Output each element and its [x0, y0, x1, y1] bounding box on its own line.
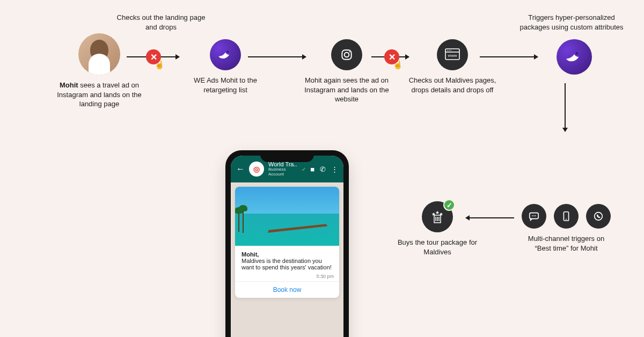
user-avatar [78, 33, 120, 75]
webengage-bird-icon-2 [557, 39, 592, 75]
message-body: Mohit, Maldives is the destination you w… [235, 246, 339, 274]
caption-n1: Mohit sees a travel ad on Instagram and … [54, 80, 145, 109]
voice-call-icon[interactable]: ✆ [320, 165, 326, 173]
arrow-4 [480, 56, 538, 57]
svg-point-10 [576, 52, 578, 54]
phone-notch [260, 150, 314, 162]
svg-point-12 [532, 215, 533, 216]
node-personalize [547, 39, 601, 75]
node-instagram-again: Mohit again sees the ad on Instagram and… [298, 39, 395, 104]
back-arrow-icon[interactable]: ← [236, 164, 245, 174]
label-arrow1: Checks out the landing page and drops [113, 13, 209, 32]
pointer-hand-icon-2: ☝ [393, 60, 403, 70]
svg-point-2 [345, 53, 349, 57]
svg-point-8 [449, 50, 450, 51]
pointer-hand-icon: ☝ [155, 60, 165, 70]
multichannel-icons [521, 204, 612, 229]
whatsapp-phone-mock: ← ◎ World Tra.. Business Account ✔ ■ ✆ ⋮… [225, 150, 349, 337]
caption-n4: Checks out Maldives pages, drops details… [407, 76, 498, 94]
node-multichannel: Multi-channel triggers on “Best time” fo… [521, 204, 612, 253]
svg-point-0 [226, 50, 229, 53]
caption-n6: Multi-channel triggers on “Best time” fo… [521, 234, 612, 253]
instagram-icon [331, 39, 362, 70]
browser-www-icon: WWW [437, 39, 468, 70]
webengage-bird-icon [210, 39, 241, 70]
business-avatar-icon: ◎ [249, 162, 264, 177]
caption-n1-strong: Mohit [60, 81, 78, 89]
caption-n2: WE Ads Mohit to the retargeting list [177, 76, 274, 94]
caption-n3: Mohit again sees the ad on Instagram and… [298, 76, 395, 104]
chat-title-block: World Tra.. Business Account [268, 161, 297, 177]
message-text: Maldives is the destination you want to … [241, 258, 332, 270]
node-initial-ad: Mohit sees a travel ad on Instagram and … [54, 33, 145, 109]
arrow-2 [248, 56, 306, 57]
caption-n7: Buys the tour package for Maldives [397, 238, 478, 257]
arrow-5-down [565, 83, 566, 131]
svg-point-7 [447, 50, 448, 51]
svg-point-9 [450, 50, 451, 51]
label-n5: Triggers hyper-personalized packages usi… [515, 13, 628, 32]
whatsapp-header-icons: ■ ✆ ⋮ [310, 165, 338, 173]
checkmark-icon: ✓ [443, 199, 455, 211]
book-now-button[interactable]: Book now [235, 281, 339, 298]
message-time: 5:30 pm [235, 274, 339, 281]
svg-point-13 [533, 215, 535, 216]
video-call-icon[interactable]: ■ [310, 165, 314, 173]
whatsapp-icon [586, 204, 611, 229]
node-purchase: ✓ Buys the tour package for Maldives [397, 201, 478, 257]
whatsapp-message-card: Mohit, Maldives is the destination you w… [235, 187, 339, 298]
svg-point-14 [535, 215, 536, 216]
phone-screen: ← ◎ World Tra.. Business Account ✔ ■ ✆ ⋮… [231, 156, 343, 337]
chat-subtitle: Business Account [268, 167, 297, 177]
svg-text:WWW: WWW [448, 54, 457, 57]
more-menu-icon[interactable]: ⋮ [331, 165, 338, 173]
verified-badge-icon: ✔ [302, 166, 306, 172]
destination-image [235, 187, 339, 246]
node-retarget: WE Ads Mohit to the retargeting list [177, 39, 274, 94]
svg-point-3 [349, 52, 350, 53]
node-browser-drop: WWW Checks out Maldives pages, drops det… [407, 39, 498, 94]
chat-bubble-icon [522, 204, 546, 229]
mobile-device-icon [554, 204, 579, 229]
message-greeting: Mohit, [241, 251, 259, 258]
